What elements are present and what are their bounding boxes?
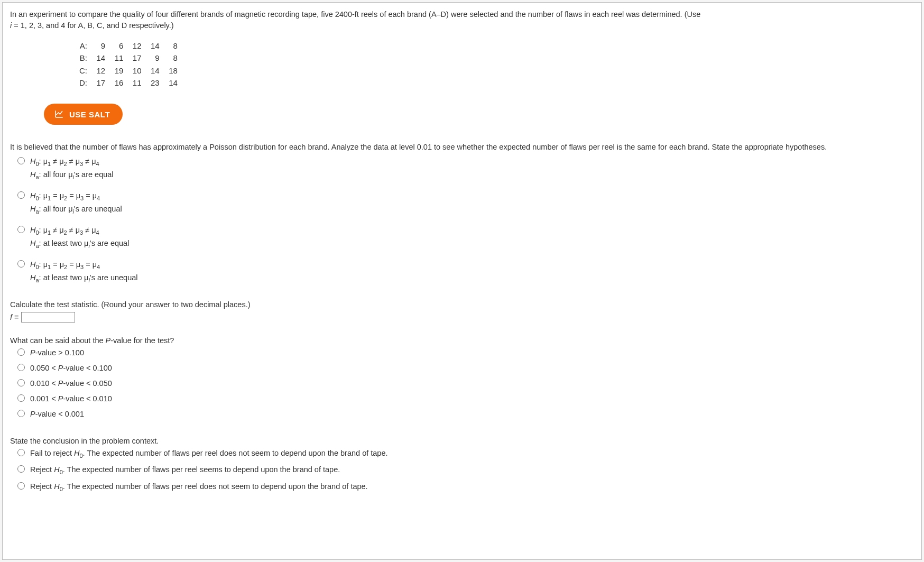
table-row: B: 14 11 17 9 8 bbox=[73, 52, 914, 64]
cell: 23 bbox=[144, 77, 160, 89]
option-text: Reject H0. The expected number of flaws … bbox=[30, 481, 368, 494]
row-label: C: bbox=[73, 65, 87, 77]
option-text: P-value < 0.001 bbox=[30, 408, 84, 420]
cell: 17 bbox=[126, 52, 142, 64]
cell: 19 bbox=[107, 65, 123, 77]
option-text: 0.050 < P-value < 0.100 bbox=[30, 362, 112, 374]
option-text: P-value > 0.100 bbox=[30, 347, 84, 359]
cell: 16 bbox=[107, 77, 123, 89]
cell: 8 bbox=[162, 40, 178, 52]
radio-input[interactable] bbox=[17, 364, 25, 371]
teststat-prompt: Calculate the test statistic. (Round you… bbox=[10, 300, 914, 309]
radio-input[interactable] bbox=[17, 379, 25, 386]
cell: 12 bbox=[89, 65, 105, 77]
conclusion-block: State the conclusion in the problem cont… bbox=[10, 437, 914, 494]
use-salt-button[interactable]: USE SALT bbox=[44, 104, 123, 125]
cell: 10 bbox=[126, 65, 142, 77]
teststat-input-row: f = bbox=[10, 312, 914, 323]
table-row: D: 17 16 11 23 14 bbox=[73, 77, 914, 89]
cell: 8 bbox=[162, 52, 178, 64]
radio-input[interactable] bbox=[17, 260, 25, 268]
radio-input[interactable] bbox=[17, 394, 25, 402]
cell: 18 bbox=[162, 65, 178, 77]
hypothesis-option-4[interactable]: H0: μ1 = μ2 = μ3 = μ4 Ha: at least two μ… bbox=[17, 259, 914, 285]
radio-input[interactable] bbox=[17, 482, 25, 490]
pvalue-option-5[interactable]: P-value < 0.001 bbox=[17, 408, 914, 420]
row-label: D: bbox=[73, 77, 87, 89]
option-text: 0.010 < P-value < 0.050 bbox=[30, 377, 112, 390]
cell: 14 bbox=[162, 77, 178, 89]
hypothesis-option-2[interactable]: H0: μ1 = μ2 = μ3 = μ4 Ha: all four μi's … bbox=[17, 190, 914, 217]
pvalue-option-4[interactable]: 0.001 < P-value < 0.010 bbox=[17, 393, 914, 405]
question-page: In an experiment to compare the quality … bbox=[2, 2, 922, 560]
option-text: Fail to reject H0. The expected number o… bbox=[30, 447, 388, 460]
use-salt-label: USE SALT bbox=[69, 110, 110, 119]
table-row: C: 12 19 10 14 18 bbox=[73, 65, 914, 77]
hypothesis-option-3[interactable]: H0: μ1 ≠ μ2 ≠ μ3 ≠ μ4 Ha: at least two μ… bbox=[17, 224, 914, 251]
cell: 14 bbox=[144, 40, 160, 52]
conclusion-option-2[interactable]: Reject H0. The expected number of flaws … bbox=[17, 464, 914, 477]
radio-input[interactable] bbox=[17, 449, 25, 456]
cell: 17 bbox=[89, 77, 105, 89]
teststat-input[interactable] bbox=[21, 312, 75, 323]
equals-sign: = bbox=[12, 312, 21, 321]
cell: 14 bbox=[89, 52, 105, 64]
cell: 9 bbox=[89, 40, 105, 52]
chart-icon bbox=[54, 109, 64, 119]
intro-text: In an experiment to compare the quality … bbox=[10, 9, 914, 31]
intro-line1: In an experiment to compare the quality … bbox=[10, 10, 700, 19]
option-text: H0: μ1 = μ2 = μ3 = μ4 Ha: at least two μ… bbox=[30, 259, 138, 285]
data-table: A: 9 6 12 14 8 B: 14 11 17 9 8 C: 12 19 … bbox=[73, 40, 914, 89]
option-text: 0.001 < P-value < 0.010 bbox=[30, 393, 112, 405]
radio-input[interactable] bbox=[17, 410, 25, 417]
cell: 9 bbox=[144, 52, 160, 64]
conclusion-prompt: State the conclusion in the problem cont… bbox=[10, 437, 914, 445]
table-row: A: 9 6 12 14 8 bbox=[73, 40, 914, 52]
row-label: B: bbox=[73, 52, 87, 64]
radio-input[interactable] bbox=[17, 191, 25, 199]
cell: 14 bbox=[144, 65, 160, 77]
pvalue-prompt: What can be said about the P-value for t… bbox=[10, 336, 914, 345]
cell: 6 bbox=[107, 40, 123, 52]
radio-input[interactable] bbox=[17, 157, 25, 164]
option-text: H0: μ1 ≠ μ2 ≠ μ3 ≠ μ4 Ha: all four μi's … bbox=[30, 155, 114, 182]
row-label: A: bbox=[73, 40, 87, 52]
teststat-block: Calculate the test statistic. (Round you… bbox=[10, 300, 914, 323]
cell: 11 bbox=[107, 52, 123, 64]
conclusion-option-1[interactable]: Fail to reject H0. The expected number o… bbox=[17, 447, 914, 460]
radio-input[interactable] bbox=[17, 226, 25, 233]
belief-text: It is believed that the number of flaws … bbox=[10, 142, 914, 153]
pvalue-option-1[interactable]: P-value > 0.100 bbox=[17, 347, 914, 359]
intro-line2: = 1, 2, 3, and 4 for A, B, C, and D resp… bbox=[12, 21, 173, 30]
radio-input[interactable] bbox=[17, 348, 25, 356]
cell: 12 bbox=[126, 40, 142, 52]
option-text: H0: μ1 ≠ μ2 ≠ μ3 ≠ μ4 Ha: at least two μ… bbox=[30, 224, 129, 251]
radio-input[interactable] bbox=[17, 465, 25, 473]
option-text: H0: μ1 = μ2 = μ3 = μ4 Ha: all four μi's … bbox=[30, 190, 122, 217]
pvalue-block: What can be said about the P-value for t… bbox=[10, 336, 914, 421]
pvalue-option-2[interactable]: 0.050 < P-value < 0.100 bbox=[17, 362, 914, 374]
pvalue-option-3[interactable]: 0.010 < P-value < 0.050 bbox=[17, 377, 914, 390]
pvalue-options: P-value > 0.100 0.050 < P-value < 0.100 … bbox=[17, 347, 914, 421]
conclusion-options: Fail to reject H0. The expected number o… bbox=[17, 447, 914, 494]
cell: 11 bbox=[126, 77, 142, 89]
hypothesis-options: H0: μ1 ≠ μ2 ≠ μ3 ≠ μ4 Ha: all four μi's … bbox=[17, 155, 914, 285]
conclusion-option-3[interactable]: Reject H0. The expected number of flaws … bbox=[17, 481, 914, 494]
option-text: Reject H0. The expected number of flaws … bbox=[30, 464, 340, 477]
hypothesis-option-1[interactable]: H0: μ1 ≠ μ2 ≠ μ3 ≠ μ4 Ha: all four μi's … bbox=[17, 155, 914, 182]
